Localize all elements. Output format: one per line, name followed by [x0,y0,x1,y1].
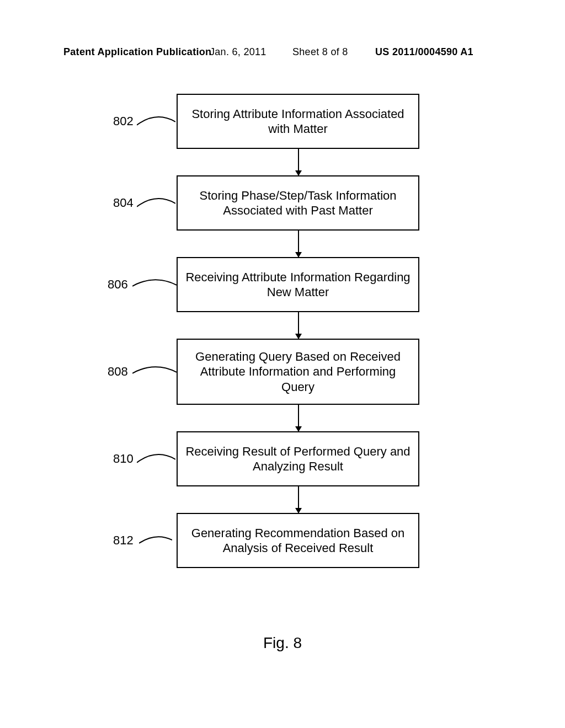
step-text: Generating Recommendation Based on Analy… [183,526,413,556]
step-box: Generating Query Based on Received Attri… [177,339,419,405]
leader-line-icon [137,452,175,465]
arrow-icon [298,405,299,431]
step-802: 802 Storing Attribute Information Associ… [0,94,565,149]
arrow-icon [298,231,299,257]
ref-808: 808 [108,365,128,379]
publication-type: Patent Application Publication [63,46,211,58]
step-box: Receiving Attribute Information Regardin… [177,257,419,312]
step-806: 806 Receiving Attribute Information Rega… [0,257,565,312]
leader-line-icon [137,196,175,209]
step-text: Generating Query Based on Received Attri… [183,349,413,395]
step-808: 808 Generating Query Based on Received A… [0,339,565,405]
step-text: Receiving Result of Performed Query and … [183,444,413,474]
step-text: Receiving Attribute Information Regardin… [183,270,413,300]
figure-label: Fig. 8 [0,634,565,652]
arrow-icon [298,486,299,513]
arrow-icon [298,149,299,175]
step-box: Storing Attribute Information Associated… [177,94,419,149]
step-box: Receiving Result of Performed Query and … [177,431,419,486]
step-812: 812 Generating Recommendation Based on A… [0,513,565,568]
step-box: Storing Phase/Step/Task Information Asso… [177,175,419,231]
arrow-icon [298,312,299,339]
publication-date: Jan. 6, 2011 [210,46,266,58]
step-text: Storing Phase/Step/Task Information Asso… [183,188,413,218]
step-804: 804 Storing Phase/Step/Task Information … [0,175,565,231]
ref-804: 804 [113,196,134,210]
ref-802: 802 [113,114,134,129]
ref-806: 806 [108,277,128,292]
sheet-number: Sheet 8 of 8 [292,46,348,58]
leader-line-icon [139,534,172,545]
step-box: Generating Recommendation Based on Analy… [177,513,419,568]
leader-line-icon [137,114,175,127]
leader-line-icon [132,277,177,291]
flowchart: 802 Storing Attribute Information Associ… [0,94,565,595]
ref-810: 810 [113,452,134,466]
step-text: Storing Attribute Information Associated… [183,106,413,137]
leader-line-icon [132,365,177,378]
step-810: 810 Receiving Result of Performed Query … [0,431,565,486]
doc-number: US 2011/0004590 A1 [375,46,473,58]
ref-812: 812 [113,533,134,548]
